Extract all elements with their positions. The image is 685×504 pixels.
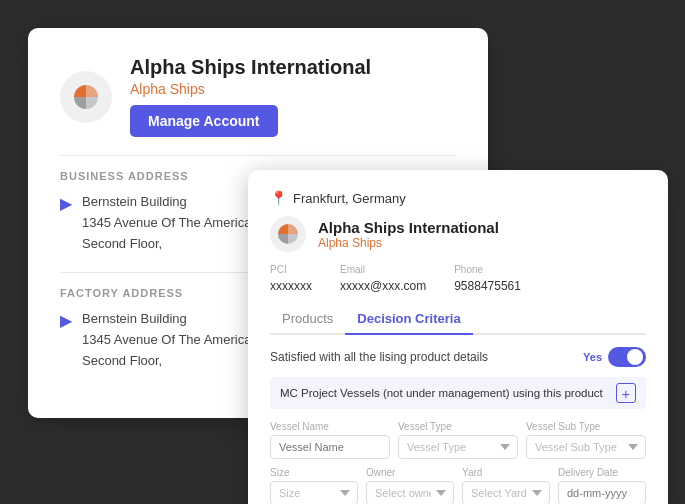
business-address-icon: ▶ [60, 194, 72, 213]
vessel-form-bottom: Size Size Owner Select owner Yard Select… [270, 467, 646, 504]
vessel-type-select[interactable]: Vessel Type [398, 435, 518, 459]
location-text: Frankfurt, Germany [293, 191, 406, 206]
toggle-thumb [627, 349, 643, 365]
size-label: Size [270, 467, 358, 478]
business-address-line1: Bernstein Building [82, 192, 251, 213]
owner-label: Owner [366, 467, 454, 478]
info-row: PCI xxxxxxx Email xxxxx@xxx.com Phone 95… [270, 264, 646, 294]
vessel-name-label: Vessel Name [270, 421, 390, 432]
email-value: xxxxx@xxx.com [340, 279, 426, 293]
location-bar: 📍 Frankfurt, Germany [270, 190, 646, 206]
front-card: 📍 Frankfurt, Germany Alpha Ships Interna… [248, 170, 668, 504]
vessel-form-top: Vessel Name Vessel Type Vessel Type Vess… [270, 421, 646, 459]
front-company-name: Alpha Ships International [318, 219, 499, 236]
yard-label: Yard [462, 467, 550, 478]
front-header: Alpha Ships International Alpha Ships [270, 216, 646, 252]
factory-address-icon: ▶ [60, 311, 72, 330]
vessel-name-group: Vessel Name [270, 421, 390, 459]
email-info: Email xxxxx@xxx.com [340, 264, 426, 294]
owner-group: Owner Select owner [366, 467, 454, 504]
company-logo [60, 71, 112, 123]
delivery-date-input[interactable] [558, 481, 646, 504]
size-select[interactable]: Size [270, 481, 358, 504]
mc-label: MC Project Vessels (not under management… [280, 387, 603, 399]
vessel-sub-type-select[interactable]: Vessel Sub Type [526, 435, 646, 459]
phone-info: Phone 9588475561 [454, 264, 521, 294]
pci-label: PCI [270, 264, 312, 275]
toggle-track[interactable] [608, 347, 646, 367]
tab-products[interactable]: Products [270, 306, 345, 335]
yard-group: Yard Select Yard [462, 467, 550, 504]
vessel-sub-type-label: Vessel Sub Type [526, 421, 646, 432]
tab-decision-criteria[interactable]: Decision Criteria [345, 306, 472, 335]
factory-address-line1: Bernstein Building [82, 309, 251, 330]
vessel-type-label: Vessel Type [398, 421, 518, 432]
delivery-date-group: Delivery Date [558, 467, 646, 504]
pci-value: xxxxxxx [270, 279, 312, 293]
front-header-text: Alpha Ships International Alpha Ships [318, 219, 499, 250]
satisfied-label: Satisfied with all the lising product de… [270, 350, 488, 364]
satisfied-row: Satisfied with all the lising product de… [270, 347, 646, 367]
toggle-yes-label: Yes [583, 351, 602, 363]
delivery-date-label: Delivery Date [558, 467, 646, 478]
front-company-logo [270, 216, 306, 252]
yard-select[interactable]: Select Yard [462, 481, 550, 504]
factory-address-line3: Second Floor, [82, 351, 251, 372]
size-group: Size Size [270, 467, 358, 504]
vessel-sub-type-group: Vessel Sub Type Vessel Sub Type [526, 421, 646, 459]
email-label: Email [340, 264, 426, 275]
business-address-line2: 1345 Avenue Of The America [82, 213, 251, 234]
front-company-subtitle: Alpha Ships [318, 236, 499, 250]
mc-add-button[interactable]: + [616, 383, 636, 403]
tabs-bar: Products Decision Criteria [270, 306, 646, 335]
phone-label: Phone [454, 264, 521, 275]
back-card-header: Alpha Ships International Alpha Ships Ma… [60, 56, 456, 137]
toggle-control[interactable]: Yes [583, 347, 646, 367]
phone-value: 9588475561 [454, 279, 521, 293]
location-pin-icon: 📍 [270, 190, 287, 206]
factory-address-line2: 1345 Avenue Of The America [82, 330, 251, 351]
business-address-line3: Second Floor, [82, 234, 251, 255]
owner-select[interactable]: Select owner [366, 481, 454, 504]
manage-account-button[interactable]: Manage Account [130, 105, 278, 137]
mc-row: MC Project Vessels (not under management… [270, 377, 646, 409]
divider-1 [60, 155, 456, 156]
vessel-name-input[interactable] [270, 435, 390, 459]
business-address-text: Bernstein Building 1345 Avenue Of The Am… [82, 192, 251, 254]
company-subtitle: Alpha Ships [130, 81, 371, 97]
vessel-type-group: Vessel Type Vessel Type [398, 421, 518, 459]
pci-info: PCI xxxxxxx [270, 264, 312, 294]
back-card-header-text: Alpha Ships International Alpha Ships Ma… [130, 56, 371, 137]
company-name: Alpha Ships International [130, 56, 371, 79]
factory-address-text: Bernstein Building 1345 Avenue Of The Am… [82, 309, 251, 371]
